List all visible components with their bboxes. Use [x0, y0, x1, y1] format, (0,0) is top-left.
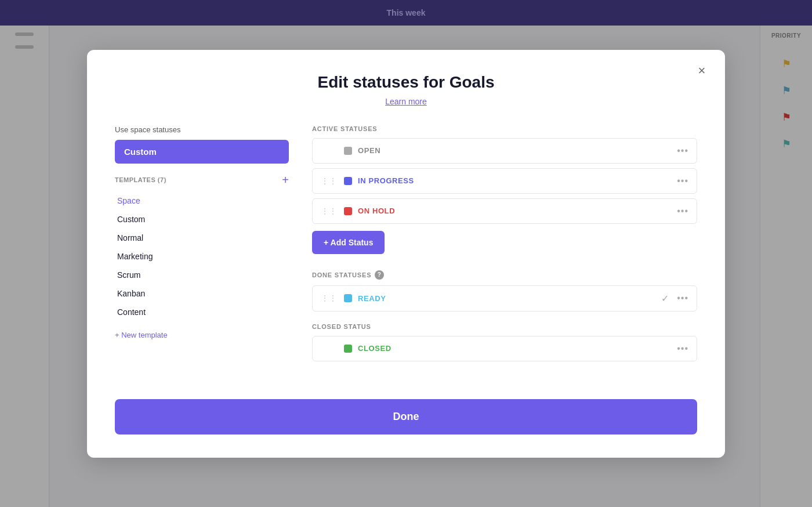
- add-status-button[interactable]: + Add Status: [312, 231, 385, 254]
- new-template-link[interactable]: + New template: [115, 331, 289, 339]
- templates-add-icon[interactable]: +: [282, 174, 289, 186]
- left-panel: Use space statuses Custom TEMPLATES (7) …: [115, 125, 289, 381]
- status-row-in-progress: ⋮⋮ IN PROGRESS •••: [312, 168, 697, 194]
- learn-more-link[interactable]: Learn more: [385, 97, 427, 106]
- template-item-scrum[interactable]: Scrum: [115, 266, 289, 284]
- status-name-on-hold: ON HOLD: [358, 207, 671, 215]
- closed-status-label: CLOSED STATUS: [312, 323, 697, 330]
- status-menu-on-hold[interactable]: •••: [677, 206, 688, 216]
- template-item-normal[interactable]: Normal: [115, 229, 289, 247]
- dialog: Edit statuses for Goals Learn more × Use…: [87, 50, 725, 458]
- done-statuses-label: DONE STATUSES ?: [312, 270, 697, 280]
- right-panel: ACTIVE STATUSES ⋮⋮ OPEN ••• ⋮⋮ IN PROGRE…: [312, 125, 697, 381]
- status-menu-in-progress[interactable]: •••: [677, 176, 688, 186]
- status-dot-in-progress: [344, 177, 352, 185]
- templates-header: TEMPLATES (7) +: [115, 174, 289, 186]
- status-dot-closed: [344, 345, 352, 353]
- status-name-open: OPEN: [358, 146, 671, 155]
- template-item-space[interactable]: Space: [115, 191, 289, 210]
- template-item-kanban[interactable]: Kanban: [115, 284, 289, 303]
- dialog-title: Edit statuses for Goals: [115, 73, 697, 92]
- status-name-in-progress: IN PROGRESS: [358, 176, 671, 185]
- status-dot-open: [344, 147, 352, 155]
- templates-label: TEMPLATES (7): [115, 176, 166, 183]
- status-row-open: ⋮⋮ OPEN •••: [312, 138, 697, 164]
- drag-handle-on-hold[interactable]: ⋮⋮: [321, 207, 337, 216]
- active-statuses-label: ACTIVE STATUSES: [312, 125, 697, 132]
- close-button[interactable]: ×: [693, 61, 711, 80]
- drag-handle-in-progress[interactable]: ⋮⋮: [321, 176, 337, 186]
- status-menu-open[interactable]: •••: [677, 146, 688, 156]
- dialog-body: Use space statuses Custom TEMPLATES (7) …: [115, 125, 697, 381]
- status-menu-ready[interactable]: •••: [677, 293, 688, 303]
- dialog-header: Edit statuses for Goals Learn more: [115, 73, 697, 107]
- template-list: Space Custom Normal Marketing Scrum Kanb…: [115, 191, 289, 321]
- done-help-icon[interactable]: ?: [375, 270, 384, 280]
- status-dot-ready: [344, 294, 352, 302]
- status-row-ready: ⋮⋮ READY ✓ •••: [312, 285, 697, 312]
- done-button[interactable]: Done: [115, 399, 697, 434]
- status-row-on-hold: ⋮⋮ ON HOLD •••: [312, 198, 697, 224]
- template-item-custom[interactable]: Custom: [115, 210, 289, 229]
- drag-handle-ready[interactable]: ⋮⋮: [321, 294, 337, 303]
- status-row-closed: ⋮⋮ CLOSED •••: [312, 336, 697, 361]
- modal-overlay: Edit statuses for Goals Learn more × Use…: [0, 0, 812, 507]
- closed-section: CLOSED STATUS ⋮⋮ CLOSED •••: [312, 323, 697, 361]
- status-name-closed: CLOSED: [358, 344, 671, 353]
- status-name-ready: READY: [358, 294, 655, 303]
- custom-button[interactable]: Custom: [115, 140, 289, 164]
- template-item-marketing[interactable]: Marketing: [115, 247, 289, 266]
- dialog-footer: Done: [115, 399, 697, 434]
- template-item-content[interactable]: Content: [115, 303, 289, 321]
- use-space-label: Use space statuses: [115, 125, 289, 134]
- status-check-ready: ✓: [661, 293, 669, 304]
- status-menu-closed[interactable]: •••: [677, 343, 688, 354]
- status-dot-on-hold: [344, 207, 352, 215]
